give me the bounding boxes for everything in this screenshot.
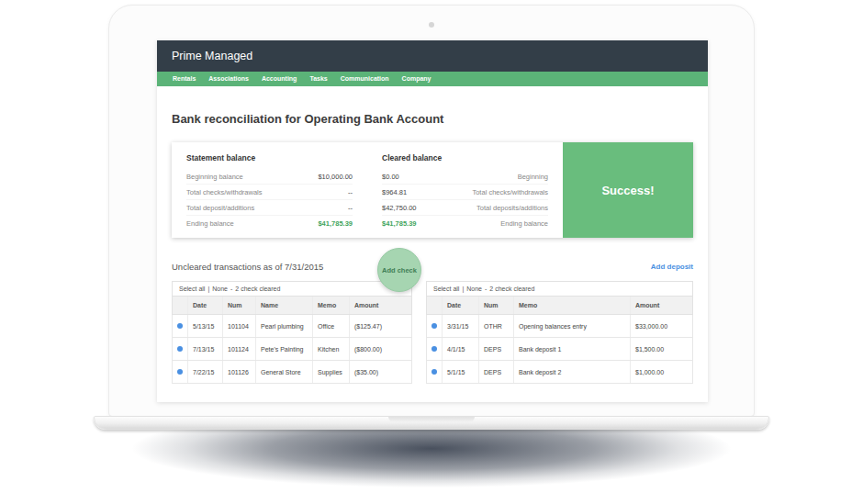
balance-value: -- (348, 188, 353, 196)
cell-date: 5/13/15 (187, 315, 222, 337)
cell-amount: $1,500.00 (630, 338, 692, 360)
cell-amount: $1,000.00 (630, 361, 692, 383)
balance-value: -- (348, 204, 353, 212)
cell-memo: Kitchen (312, 338, 349, 360)
balance-row: $42,750.00 Total deposits/additions (382, 199, 548, 215)
nav-item-company[interactable]: Company (396, 72, 438, 86)
balance-label: Total checks/withdrawals (472, 188, 548, 196)
balance-row-ending: Ending balance $41,785.39 (186, 215, 353, 230)
table-header: Date Num Memo Amount (426, 297, 693, 315)
cell-date: 4/1/15 (442, 338, 478, 360)
table-header: Date Num Name Memo Amount (172, 297, 412, 315)
checkbox-cell (173, 338, 187, 360)
cell-name: Pete's Painting (255, 338, 312, 360)
page-content: Bank reconciliation for Operating Bank A… (157, 112, 708, 384)
balance-value: $41,785.39 (382, 219, 417, 228)
checkbox-column-header (427, 297, 442, 314)
uncleared-heading: Uncleared transactions as of 7/31/2015 (172, 262, 323, 272)
checkbox-cell (173, 315, 187, 337)
cell-amount: ($35.00) (349, 361, 411, 383)
cell-memo: Opening balances entry (513, 315, 630, 337)
success-badge: Success! (563, 142, 693, 238)
column-header-amount: Amount (349, 297, 411, 314)
balance-label: Total checks/withdrawals (186, 188, 263, 196)
add-check-button[interactable]: Add check (377, 248, 421, 292)
column-header-num: Num (222, 297, 255, 314)
cell-amount: $33,000.00 (630, 315, 692, 337)
cell-num: DEPS (478, 338, 513, 360)
balance-row: Total deposit/additions -- (186, 199, 353, 215)
page-title: Bank reconciliation for Operating Bank A… (172, 112, 693, 126)
cell-num: 101104 (222, 315, 255, 337)
cell-memo: Bank deposit 2 (513, 361, 630, 383)
cell-num: 101126 (222, 361, 255, 383)
column-header-name: Name (255, 297, 312, 314)
select-none-link[interactable]: None (466, 286, 482, 292)
cleared-count: 2 check cleared (235, 286, 280, 292)
cell-date: 5/1/15 (442, 361, 478, 383)
transaction-tables: Select all|None-2 check cleared Date Num… (172, 281, 693, 384)
nav-item-tasks[interactable]: Tasks (303, 72, 333, 86)
app-title: Prime Managed (172, 50, 252, 62)
cleared-toggle-dot[interactable] (177, 369, 183, 375)
column-header-date: Date (442, 297, 478, 314)
table-row[interactable]: 3/31/15 OTHR Opening balances entry $33,… (426, 315, 693, 338)
toolbar-dash: - (485, 286, 487, 292)
cell-num: OTHR (478, 315, 513, 337)
balance-row: Beginning balance $10,000.00 (186, 169, 353, 184)
cleared-balance-section: Cleared balance $0.00 Beginning $964.81 … (367, 142, 563, 238)
balance-value: $10,000.00 (318, 173, 353, 181)
balance-row: Total checks/withdrawals -- (186, 184, 353, 199)
table-row[interactable]: 7/22/15 101126 General Store Supplies ($… (172, 361, 412, 384)
select-all-link[interactable]: Select all (433, 286, 459, 292)
cleared-toggle-dot[interactable] (177, 346, 183, 352)
select-none-link[interactable]: None (212, 286, 228, 292)
cell-memo: Bank deposit 1 (513, 338, 630, 360)
table-row[interactable]: 5/1/15 DEPS Bank deposit 2 $1,000.00 (426, 361, 693, 384)
laptop-screen: Prime Managed Rentals Associations Accou… (108, 5, 755, 417)
checkbox-cell (427, 315, 442, 337)
cleared-toggle-dot[interactable] (177, 323, 183, 329)
balance-panel: Statement balance Beginning balance $10,… (172, 142, 693, 238)
table-row[interactable]: 7/13/15 101124 Pete's Painting Kitchen (… (172, 338, 412, 361)
cell-memo: Office (312, 315, 349, 337)
nav-item-accounting[interactable]: Accounting (255, 72, 304, 86)
balance-row-ending: $41,785.39 Ending balance (382, 215, 548, 230)
checkbox-column-header (173, 297, 187, 314)
stage: Prime Managed Rentals Associations Accou… (0, 0, 863, 504)
cell-memo: Supplies (312, 361, 349, 383)
balance-row: $964.81 Total checks/withdrawals (382, 184, 548, 199)
balance-label: Total deposits/additions (476, 204, 548, 212)
cleared-balance-title: Cleared balance (382, 153, 548, 162)
webcam-dot (429, 22, 434, 28)
uncleared-header-row: Uncleared transactions as of 7/31/2015 A… (172, 262, 693, 272)
checks-table: Select all|None-2 check cleared Date Num… (172, 281, 412, 384)
column-header-memo: Memo (513, 297, 630, 314)
balance-label: Ending balance (186, 219, 234, 228)
cleared-toggle-dot[interactable] (432, 369, 437, 375)
nav-item-rentals[interactable]: Rentals (166, 72, 202, 86)
cell-date: 7/13/15 (187, 338, 222, 360)
checkbox-cell (427, 338, 442, 360)
cleared-count: 2 check cleared (489, 286, 534, 292)
nav-item-associations[interactable]: Associations (202, 72, 255, 86)
column-header-memo: Memo (312, 297, 349, 314)
cleared-toggle-dot[interactable] (432, 323, 437, 329)
table-row[interactable]: 4/1/15 DEPS Bank deposit 1 $1,500.00 (426, 338, 693, 361)
balance-label: Ending balance (500, 219, 548, 228)
deposits-table: Select all|None-2 check cleared Date Num… (426, 281, 693, 384)
balance-value: $0.00 (382, 173, 399, 181)
balance-row: $0.00 Beginning (382, 169, 548, 184)
toolbar-divider: | (462, 286, 464, 292)
nav-item-communication[interactable]: Communication (334, 72, 396, 86)
checkbox-cell (427, 361, 442, 383)
laptop-base-notch (388, 417, 475, 422)
table-row[interactable]: 5/13/15 101104 Pearl plumbing Office ($1… (172, 315, 412, 338)
table-toolbar: Select all|None-2 check cleared (426, 281, 693, 297)
table-toolbar: Select all|None-2 check cleared (172, 281, 412, 297)
select-all-link[interactable]: Select all (179, 286, 205, 292)
cleared-toggle-dot[interactable] (432, 346, 437, 352)
cell-name: General Store (255, 361, 312, 383)
add-deposit-link[interactable]: Add deposit (651, 263, 693, 271)
balance-value: $41,785.39 (318, 219, 353, 228)
